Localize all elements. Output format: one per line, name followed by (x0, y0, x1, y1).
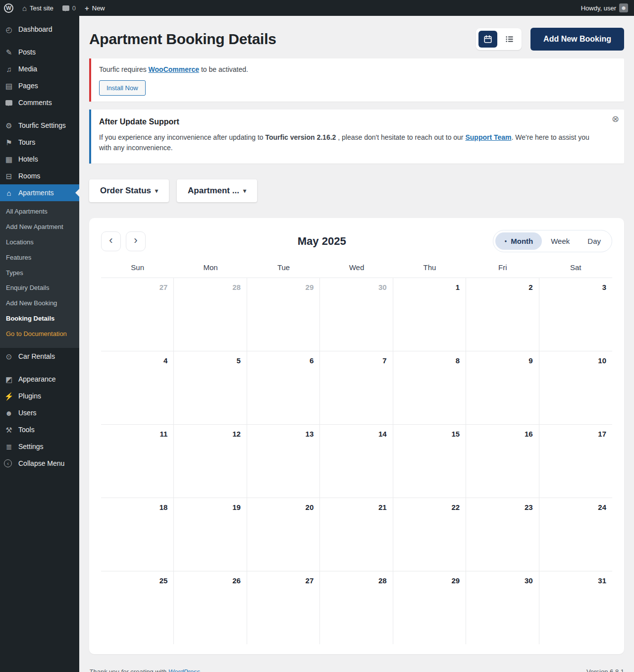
calendar-day-cell[interactable]: 25 (101, 571, 174, 644)
sidebar-item-tools[interactable]: ⚒ Tools (0, 421, 79, 438)
sidebar-item-apartments[interactable]: ⌂ Apartments (0, 184, 79, 201)
apartment-filter[interactable]: Apartment ... ▾ (177, 179, 257, 202)
day-number: 26 (232, 576, 241, 585)
calendar-day-cell[interactable]: 27 (247, 571, 320, 644)
sidebar-item-settings[interactable]: ≣ Settings (0, 438, 79, 455)
sidebar-item-car-rentals[interactable]: ⊙ Car Rentals (0, 348, 79, 365)
submenu-item-features[interactable]: Features (0, 250, 79, 266)
dismiss-icon[interactable]: ⊗ (612, 114, 619, 123)
calendar-day-cell[interactable]: 23 (466, 498, 539, 571)
day-number: 22 (451, 503, 460, 511)
submenu-item-go-to-documentation[interactable]: Go to Documentation (0, 327, 79, 342)
view-toggle (476, 28, 522, 50)
calendar-day-cell[interactable]: 8 (393, 351, 466, 424)
calendar-day-cell[interactable]: 13 (247, 424, 320, 498)
sidebar-item-media[interactable]: ♫ Media (0, 60, 79, 77)
calendar-day-cell[interactable]: 9 (466, 351, 539, 424)
next-month-button[interactable]: › (126, 231, 146, 251)
brush-icon: ◩ (4, 376, 14, 383)
calendar-day-cell[interactable]: 18 (101, 498, 174, 571)
submenu-item-enquiry-details[interactable]: Enquiry Details (0, 280, 79, 296)
sidebar-item-rooms[interactable]: ⊟ Rooms (0, 168, 79, 184)
footer-thanks: Thank you for creating with WordPress. (89, 668, 202, 672)
month-view-button[interactable]: ● Month (495, 232, 542, 250)
woocommerce-link[interactable]: WooCommerce (149, 65, 199, 73)
calendar-day-cell[interactable]: 14 (320, 424, 393, 498)
pages-icon: ▤ (4, 82, 14, 90)
submenu-item-types[interactable]: Types (0, 266, 79, 281)
comments-link[interactable]: 0 (62, 4, 76, 12)
calendar-day-cell[interactable]: 24 (539, 498, 612, 571)
sidebar-item-appearance[interactable]: ◩ Appearance (0, 371, 79, 388)
submenu-item-booking-details[interactable]: Booking Details (0, 311, 79, 327)
calendar-day-cell[interactable]: 28 (174, 278, 247, 351)
submenu-item-locations[interactable]: Locations (0, 235, 79, 250)
site-name-link[interactable]: ⌂ Test site (22, 4, 53, 12)
calendar-day-cell[interactable]: 29 (247, 278, 320, 351)
day-number: 28 (232, 283, 241, 291)
order-status-filter[interactable]: Order Status ▾ (89, 179, 169, 202)
calendar-view-switch: ● Month Week Day (493, 230, 612, 252)
tools-icon: ⚒ (4, 426, 14, 434)
sidebar-item-comments[interactable]: Comments (0, 94, 79, 111)
calendar-day-cell[interactable]: 12 (174, 424, 247, 498)
calendar-day-cell[interactable]: 6 (247, 351, 320, 424)
calendar-day-cell[interactable]: 29 (393, 571, 466, 644)
wordpress-logo[interactable]: W (4, 3, 13, 13)
day-number: 12 (232, 430, 241, 438)
wordpress-link[interactable]: WordPress (168, 668, 200, 672)
bed-icon: ⊟ (4, 172, 14, 180)
calendar-day-cell[interactable]: 1 (393, 278, 466, 351)
howdy-user-link[interactable]: Howdy, user ☻ (581, 3, 628, 12)
calendar-day-cell[interactable]: 15 (393, 424, 466, 498)
day-header: Mon (174, 263, 247, 272)
calendar-day-cell[interactable]: 21 (320, 498, 393, 571)
calendar-day-cell[interactable]: 5 (174, 351, 247, 424)
wordpress-logo-icon: W (4, 3, 13, 13)
calendar-day-cell[interactable]: 16 (466, 424, 539, 498)
new-content-link[interactable]: + New (85, 4, 105, 12)
calendar-day-cell[interactable]: 19 (174, 498, 247, 571)
sidebar-item-pages[interactable]: ▤ Pages (0, 77, 79, 94)
day-view-button[interactable]: Day (579, 232, 610, 250)
calendar-day-cell[interactable]: 17 (539, 424, 612, 498)
list-view-button[interactable] (500, 31, 519, 48)
day-number: 23 (525, 503, 533, 511)
calendar-day-cell[interactable]: 11 (101, 424, 174, 498)
sidebar-item-collapse-menu[interactable]: ‹ Collapse Menu (0, 455, 79, 472)
prev-month-button[interactable]: ‹ (101, 231, 121, 251)
sidebar-item-tourfic-settings[interactable]: ⚙ Tourfic Settings (0, 117, 79, 134)
calendar-day-cell[interactable]: 27 (101, 278, 174, 351)
page-header: Apartment Booking Details (89, 21, 624, 58)
calendar-view-button[interactable] (478, 31, 497, 48)
install-now-button[interactable]: Install Now (99, 80, 146, 96)
calendar-day-cell[interactable]: 7 (320, 351, 393, 424)
calendar-day-cell[interactable]: 3 (539, 278, 612, 351)
sidebar-item-hotels[interactable]: ▦ Hotels (0, 151, 79, 168)
sidebar-item-posts[interactable]: ✎ Posts (0, 44, 79, 60)
support-team-link[interactable]: Support Team (465, 133, 511, 141)
submenu-item-add-new-apartment[interactable]: Add New Apartment (0, 220, 79, 235)
day-number: 29 (306, 283, 314, 291)
submenu-item-add-new-booking[interactable]: Add New Booking (0, 296, 79, 311)
howdy-text: Howdy, user (581, 4, 616, 12)
calendar-day-cell[interactable]: 30 (320, 278, 393, 351)
sidebar-item-plugins[interactable]: ⚡ Plugins (0, 388, 79, 404)
sidebar-item-users[interactable]: ☻ Users (0, 404, 79, 421)
sidebar-item-dashboard[interactable]: ◴ Dashboard (0, 21, 79, 38)
add-new-booking-button[interactable]: Add New Booking (530, 28, 624, 51)
week-view-button[interactable]: Week (542, 232, 579, 250)
calendar-day-cell[interactable]: 2 (466, 278, 539, 351)
calendar-day-cell[interactable]: 26 (174, 571, 247, 644)
calendar-day-cell[interactable]: 4 (101, 351, 174, 424)
calendar-day-cell[interactable]: 28 (320, 571, 393, 644)
tours-flag-icon: ⚑ (4, 139, 14, 146)
day-number: 21 (378, 503, 387, 511)
calendar-day-cell[interactable]: 30 (466, 571, 539, 644)
calendar-day-cell[interactable]: 22 (393, 498, 466, 571)
sidebar-item-tours[interactable]: ⚑ Tours (0, 134, 79, 151)
calendar-day-cell[interactable]: 20 (247, 498, 320, 571)
calendar-day-cell[interactable]: 10 (539, 351, 612, 424)
calendar-day-cell[interactable]: 31 (539, 571, 612, 644)
submenu-item-all-apartments[interactable]: All Apartments (0, 204, 79, 220)
